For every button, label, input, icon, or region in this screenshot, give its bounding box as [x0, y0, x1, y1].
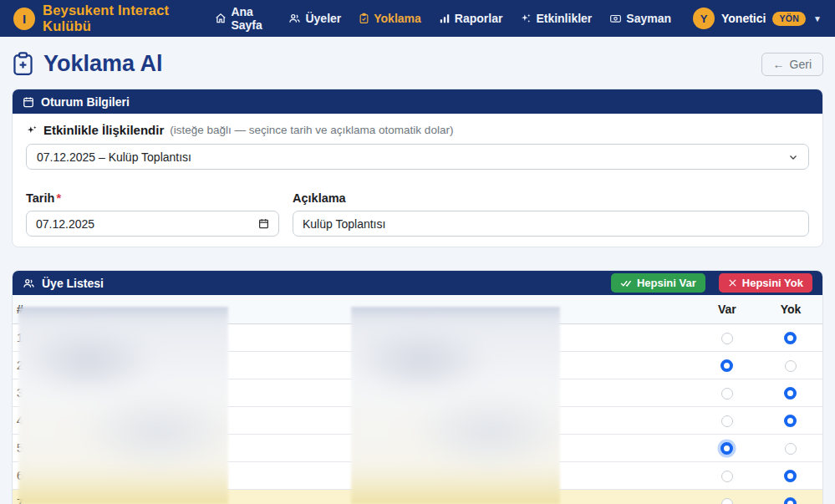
present-radio[interactable] [721, 498, 733, 504]
absent-radio[interactable] [784, 387, 797, 400]
mark-all-present-button[interactable]: Hepsini Var [611, 273, 705, 293]
present-cell [695, 324, 759, 352]
present-cell [695, 462, 759, 490]
present-radio[interactable] [721, 388, 733, 400]
user-menu[interactable]: Y Yonetici YÖN ▼ [693, 8, 822, 29]
date-input[interactable]: 07.12.2025 [26, 211, 279, 237]
absent-cell [759, 407, 822, 435]
member-row: 5 [13, 435, 822, 462]
nav-item-etkinlikler[interactable]: Etkinlikler [520, 12, 592, 25]
member-row: 7 [13, 490, 822, 504]
member-card-title: Üye Listesi [42, 277, 104, 290]
date-input-value: 07.12.2025 [36, 217, 94, 231]
club-logo: I [13, 8, 35, 30]
present-cell [695, 435, 759, 462]
member-name-cell [38, 324, 420, 352]
brand-name: Beysukent Interact Kulübü [43, 3, 215, 34]
chevron-down-icon [788, 152, 798, 162]
member-row: 1 [13, 324, 822, 352]
present-radio[interactable] [721, 415, 733, 427]
present-cell [695, 352, 759, 379]
member-index: 1 [13, 324, 38, 352]
member-name-cell [38, 435, 420, 462]
present-radio[interactable] [721, 471, 733, 482]
session-info-card: Oturum Bilgileri Etkinlikle İlişkilendir… [12, 89, 823, 247]
sparkles-icon [520, 13, 532, 24]
col-header-absent: Yok [759, 295, 822, 324]
back-button[interactable]: ← Geri [761, 53, 823, 76]
col-header-present: Var [695, 295, 759, 324]
member-index: 6 [13, 462, 38, 490]
table-header-row: # Var Yok [13, 295, 822, 324]
user-name: Yonetici [721, 12, 766, 25]
member-name-cell [38, 379, 420, 407]
bar-chart-icon [439, 13, 451, 24]
absent-cell [759, 352, 822, 379]
member-name-cell [38, 407, 420, 435]
chevron-down-icon: ▼ [813, 14, 822, 23]
absent-radio[interactable] [784, 470, 797, 482]
arrow-left-icon: ← [773, 58, 785, 71]
absent-radio[interactable] [784, 415, 797, 427]
member-row: 4 [13, 407, 822, 435]
page-title: Yoklama Al [12, 51, 163, 77]
nav-links: Ana Sayfa Üyeler Yoklama Raporlar Etkinl… [215, 5, 671, 32]
col-header-name-redacted [38, 295, 420, 324]
absent-cell [759, 462, 822, 490]
present-radio[interactable] [721, 333, 733, 344]
member-index: 2 [13, 352, 38, 379]
nav-item-sayman[interactable]: Sayman [609, 12, 671, 25]
absent-radio[interactable] [785, 443, 797, 455]
present-radio[interactable] [720, 359, 733, 372]
page-title-text: Yoklama Al [43, 51, 163, 77]
absent-cell [759, 490, 822, 504]
mark-all-absent-label: Hepsini Yok [742, 277, 803, 289]
user-avatar: Y [693, 8, 715, 29]
back-button-label: Geri [790, 58, 812, 71]
top-navbar: I Beysukent Interact Kulübü Ana Sayfa Üy… [0, 0, 835, 37]
description-input[interactable]: Kulüp Toplantısı [293, 211, 809, 237]
absent-cell [759, 379, 822, 407]
absent-radio[interactable] [785, 360, 797, 372]
nav-item-uyeler[interactable]: Üyeler [288, 12, 341, 25]
page-header: Yoklama Al ← Geri [12, 51, 823, 77]
home-icon [215, 13, 227, 24]
present-cell [695, 379, 759, 407]
member-extra-cell [420, 407, 695, 435]
mark-all-absent-button[interactable]: Hepsini Yok [719, 273, 812, 293]
nav-item-yoklama[interactable]: Yoklama [359, 12, 421, 25]
member-name-cell [38, 490, 420, 504]
people-icon [288, 13, 301, 24]
brand[interactable]: I Beysukent Interact Kulübü [13, 3, 215, 34]
date-label: Tarih* [26, 191, 279, 205]
people-icon [23, 277, 35, 289]
member-row: 2 [13, 352, 822, 379]
sparkles-icon [26, 125, 38, 136]
event-link-label-text: Etkinlikle İlişkilendir [43, 123, 164, 137]
member-extra-cell [420, 435, 695, 462]
member-name-cell [38, 462, 420, 490]
event-link-note: (isteğe bağlı — seçince tarih ve açıklam… [170, 124, 453, 136]
calendar-icon[interactable] [258, 218, 269, 229]
event-select[interactable]: 07.12.2025 – Kulüp Toplantısı [26, 144, 809, 170]
nav-item-ana-sayfa[interactable]: Ana Sayfa [215, 5, 271, 32]
member-extra-cell [420, 379, 695, 407]
present-cell [695, 407, 759, 435]
absent-cell [759, 324, 822, 352]
absent-cell [759, 435, 822, 462]
member-row: 3 [13, 379, 822, 407]
absent-radio[interactable] [784, 497, 797, 504]
nav-item-raporlar[interactable]: Raporlar [439, 12, 503, 25]
description-input-value: Kulüp Toplantısı [303, 217, 385, 231]
role-badge: YÖN [772, 12, 806, 26]
description-label: Açıklama [293, 191, 809, 205]
absent-radio[interactable] [784, 332, 797, 344]
col-header-index: # [13, 295, 38, 324]
event-link-label: Etkinlikle İlişkilendir (isteğe bağlı — … [26, 123, 809, 137]
attendance-table: # Var Yok 1234567 [13, 295, 822, 504]
member-name-cell [38, 352, 420, 379]
session-card-header: Oturum Bilgileri [13, 89, 822, 114]
member-list-card: Üye Listesi Hepsini Var Hepsini Yok [12, 270, 823, 504]
clipboard-plus-icon [12, 52, 34, 76]
present-radio[interactable] [720, 442, 733, 455]
